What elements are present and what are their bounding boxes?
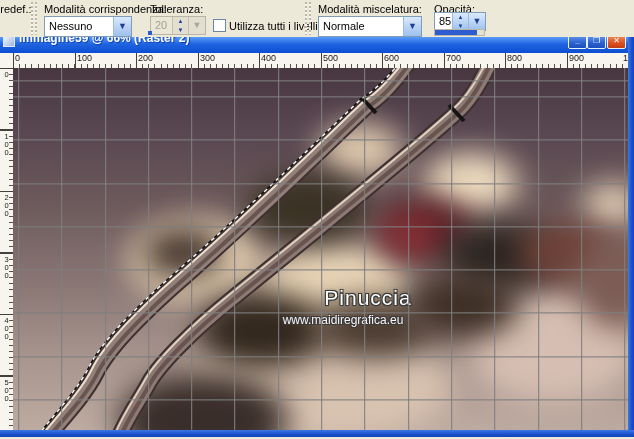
blend-mode-label: Modalità miscelatura:: [318, 3, 422, 15]
ruler-tick-label: 800: [507, 53, 522, 63]
vertical-ruler: 0 100 200 300 400 500: [0, 68, 14, 430]
tolerance-value: 20: [155, 19, 167, 31]
ruler-tick-label: 300: [200, 53, 215, 63]
ruler-tick-label: 400: [1, 316, 11, 340]
document-titlebar[interactable]: immagine59 @ 66% (Raster 2) _ ❐ ✕: [0, 37, 628, 53]
spinner-up-icon[interactable]: ▲: [173, 17, 188, 25]
ruler-tick-label: 0: [1, 70, 11, 78]
ruler-tick-label: 900: [569, 53, 584, 63]
document-title: immagine59 @ 66% (Raster 2): [19, 37, 189, 45]
opacity-value: 85: [439, 15, 451, 27]
blend-mode-value: Normale: [323, 20, 365, 32]
tolerance-slider-tab[interactable]: [148, 31, 152, 35]
document-icon: [3, 37, 15, 47]
window-border-bottom[interactable]: [0, 430, 634, 437]
all-layers-checkbox[interactable]: [213, 19, 226, 32]
chevron-down-icon[interactable]: ▼: [113, 17, 131, 36]
blend-mode-select[interactable]: Normale ▼: [318, 16, 422, 37]
spinner-arrows[interactable]: ▲ ▼: [452, 13, 468, 30]
ruler-tick-label: 0: [15, 53, 20, 63]
match-mode-value: Nessuno: [49, 20, 92, 32]
opacity-slider-fill: [435, 30, 477, 35]
match-mode-label: Modalità corrispondenza:: [44, 3, 167, 15]
image-canvas[interactable]: Pinuccia www.maidiregrafica.eu: [13, 68, 628, 430]
ruler-tick-label: 700: [446, 53, 461, 63]
ruler-tick-label: 100: [1, 132, 11, 156]
ruler-tick-label: 500: [1, 378, 11, 402]
maximize-button[interactable]: ❐: [587, 37, 606, 49]
ruler-tick-label: 100: [77, 53, 92, 63]
tool-options-bar: Predef.: Modalità corrispondenza: Nessun…: [0, 0, 634, 38]
close-button[interactable]: ✕: [607, 37, 626, 49]
spinner-down-icon[interactable]: ▼: [173, 26, 188, 34]
chevron-down-icon[interactable]: ▼: [403, 17, 421, 36]
tolerance-spinner[interactable]: 20 ▲ ▼ ▼: [150, 16, 206, 35]
chevron-down-icon[interactable]: ▼: [188, 17, 205, 34]
preset-label: Predef.:: [0, 3, 32, 15]
opacity-slider[interactable]: [434, 29, 485, 36]
match-mode-select[interactable]: Nessuno ▼: [44, 16, 132, 37]
tolerance-label: Tolleranza:: [150, 3, 203, 15]
chevron-down-icon[interactable]: ▼: [468, 13, 485, 30]
ruler-tick-label: 400: [261, 53, 276, 63]
spinner-up-icon[interactable]: ▲: [453, 13, 468, 21]
toolbar-grip-handle[interactable]: [31, 2, 38, 35]
ruler-tick-label: 300: [1, 255, 11, 279]
ruler-corner: [0, 53, 14, 69]
grid-overlay: [13, 68, 628, 430]
ruler-tick-label: 200: [1, 193, 11, 217]
toolbar-grip-handle[interactable]: [305, 2, 312, 35]
ruler-tick-label: 500: [323, 53, 338, 63]
spinner-arrows[interactable]: ▲ ▼: [172, 17, 188, 34]
horizontal-ruler: 0 100 200 300 400 500 600 700 800 900 10…: [13, 53, 628, 69]
ruler-tick-label: 200: [138, 53, 153, 63]
window-border-right: [628, 37, 634, 437]
minimize-button[interactable]: _: [568, 37, 587, 49]
ruler-tick-label: 600: [384, 53, 399, 63]
